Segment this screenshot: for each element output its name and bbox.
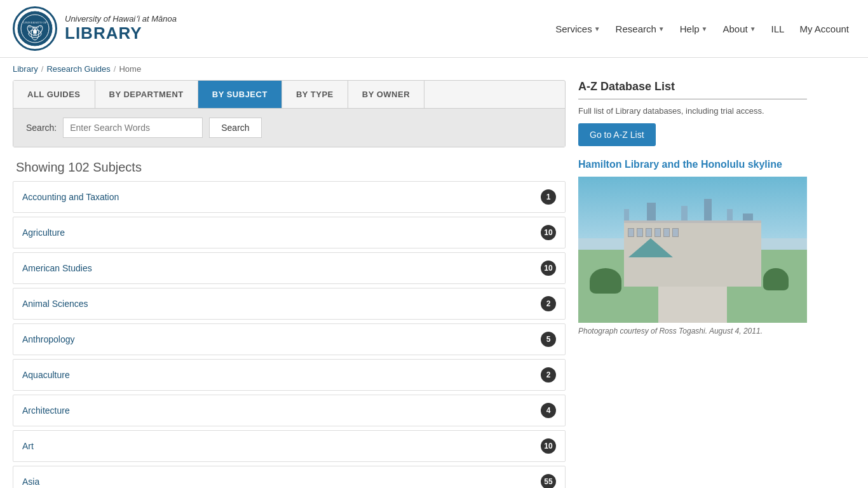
subject-row[interactable]: Anthropology5 [13, 323, 566, 355]
about-arrow-icon: ▼ [750, 25, 756, 32]
az-database-section: A-Z Database List Full list of Library d… [578, 80, 807, 146]
walkway [658, 287, 727, 323]
subject-link[interactable]: Architecture [22, 405, 70, 416]
subject-link[interactable]: Agriculture [22, 227, 65, 238]
subject-link[interactable]: Art [22, 441, 34, 451]
nav-services[interactable]: Services ▼ [549, 18, 606, 39]
library-name: LIBRARY [65, 24, 177, 43]
tree-left [590, 268, 621, 294]
az-title: A-Z Database List [578, 80, 807, 100]
tab-by-owner[interactable]: BY OWNER [348, 81, 424, 108]
subject-list: Accounting and Taxation1Agriculture10Ame… [13, 181, 566, 488]
subject-row[interactable]: Accounting and Taxation1 [13, 181, 566, 213]
subject-row[interactable]: Agriculture10 [13, 217, 566, 248]
left-content: ALL GUIDES BY DEPARTMENT BY SUBJECT BY T… [13, 80, 566, 488]
subject-row[interactable]: Architecture4 [13, 395, 566, 426]
breadcrumb-library[interactable]: Library [13, 64, 38, 74]
subject-row[interactable]: Art10 [13, 430, 566, 462]
research-arrow-icon: ▼ [658, 25, 665, 32]
main-layout: ALL GUIDES BY DEPARTMENT BY SUBJECT BY T… [0, 80, 868, 488]
nav-about[interactable]: About ▼ [716, 18, 762, 39]
help-arrow-icon: ▼ [702, 25, 708, 32]
subject-link[interactable]: Asia [22, 477, 39, 487]
showing-title: Showing 102 Subjects [16, 160, 566, 175]
search-row: Search: Search [13, 108, 565, 147]
subject-count-badge: 1 [541, 189, 556, 205]
subject-count-badge: 4 [541, 403, 556, 418]
subject-link[interactable]: Aquaculture [22, 370, 70, 380]
library-photo [578, 177, 807, 323]
photo-section: Hamilton Library and the Honolulu skylin… [578, 159, 807, 336]
breadcrumb-home: Home [119, 64, 141, 74]
search-input[interactable] [63, 118, 203, 138]
svg-point-8 [33, 30, 37, 34]
tree-right [763, 268, 789, 290]
subject-row[interactable]: Asia55 [13, 466, 566, 488]
subject-link[interactable]: Animal Sciences [22, 299, 88, 309]
site-header: UNIVERSITY OF HAWAIʻI University of Hawa… [0, 0, 868, 58]
subject-count-badge: 2 [541, 296, 556, 311]
tab-all-guides[interactable]: ALL GUIDES [13, 81, 95, 108]
svg-text:UNIVERSITY OF: UNIVERSITY OF [23, 21, 47, 24]
nav-research[interactable]: Research ▼ [609, 18, 671, 39]
tab-by-subject[interactable]: BY SUBJECT [198, 81, 282, 108]
subject-count-badge: 10 [541, 438, 556, 454]
university-seal: UNIVERSITY OF HAWAIʻI [13, 6, 57, 51]
right-sidebar: A-Z Database List Full list of Library d… [578, 80, 807, 488]
breadcrumb-sep-1: / [41, 64, 44, 74]
subject-row[interactable]: American Studies10 [13, 252, 566, 284]
logo-area: UNIVERSITY OF HAWAIʻI University of Hawa… [13, 6, 177, 51]
search-button[interactable]: Search [209, 118, 261, 138]
tab-by-type[interactable]: BY TYPE [282, 81, 348, 108]
breadcrumb-research-guides[interactable]: Research Guides [46, 64, 110, 74]
tabs-container: ALL GUIDES BY DEPARTMENT BY SUBJECT BY T… [13, 80, 566, 147]
tabs-row: ALL GUIDES BY DEPARTMENT BY SUBJECT BY T… [13, 81, 565, 108]
logo-text: University of Hawaiʻi at Mānoa LIBRARY [65, 14, 177, 43]
subject-row[interactable]: Aquaculture2 [13, 359, 566, 391]
az-description: Full list of Library databases, includin… [578, 106, 807, 116]
subject-link[interactable]: Anthropology [22, 334, 75, 344]
green-roof [628, 238, 673, 257]
nav-my-account[interactable]: My Account [793, 18, 855, 39]
subject-row[interactable]: Animal Sciences2 [13, 288, 566, 320]
svg-point-0 [17, 11, 53, 46]
nav-ill[interactable]: ILL [765, 18, 791, 39]
photo-title: Hamilton Library and the Honolulu skylin… [578, 159, 807, 170]
search-label: Search: [26, 123, 57, 133]
subject-count-badge: 10 [541, 261, 556, 276]
subject-count-badge: 5 [541, 332, 556, 347]
subject-link[interactable]: American Studies [22, 263, 92, 273]
nav-help[interactable]: Help ▼ [674, 18, 714, 39]
services-arrow-icon: ▼ [594, 25, 600, 32]
university-name: University of Hawaiʻi at Mānoa [65, 14, 177, 24]
subject-link[interactable]: Accounting and Taxation [22, 192, 119, 202]
breadcrumb-sep-2: / [114, 64, 116, 74]
subject-count-badge: 10 [541, 225, 556, 240]
subject-count-badge: 55 [541, 474, 556, 488]
az-list-button[interactable]: Go to A-Z List [578, 123, 656, 146]
photo-caption: Photograph courtesy of Ross Togashi. Aug… [578, 327, 807, 336]
tab-by-department[interactable]: BY DEPARTMENT [95, 81, 198, 108]
main-navigation: Services ▼ Research ▼ Help ▼ About ▼ ILL… [549, 18, 855, 39]
breadcrumb: Library / Research Guides / Home [0, 58, 868, 80]
subject-count-badge: 2 [541, 367, 556, 383]
